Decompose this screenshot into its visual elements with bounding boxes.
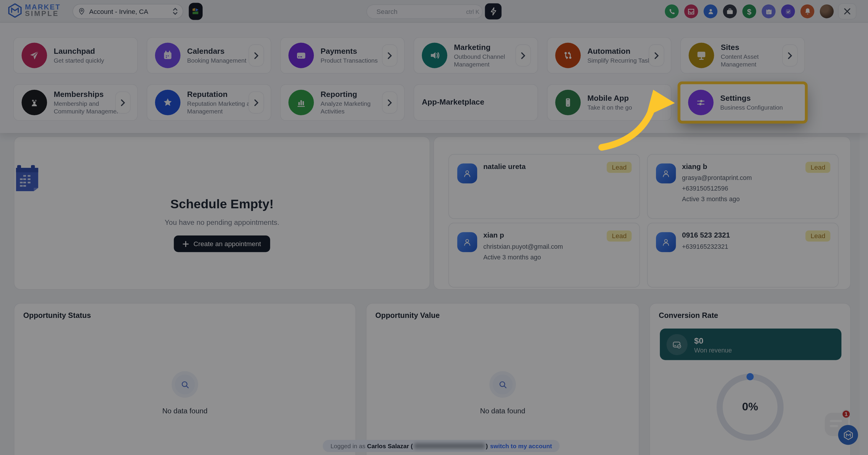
app-root: MARKET SIMPLE Account - Irvine, CA bbox=[0, 0, 868, 455]
dim-overlay bbox=[0, 0, 868, 455]
